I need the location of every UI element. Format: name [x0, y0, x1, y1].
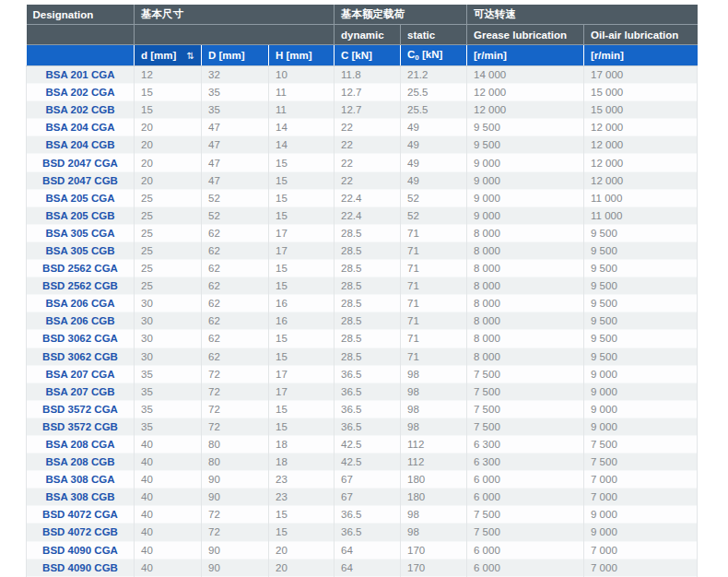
value-cell: 15 — [269, 506, 335, 524]
designation-link[interactable]: BSD 2047 CGA — [27, 154, 135, 171]
designation-link[interactable]: BSD 4090 CGA — [27, 541, 135, 559]
designation-link[interactable]: BSA 202 CGA — [27, 84, 135, 101]
value-cell: 9 000 — [467, 206, 584, 224]
designation-link[interactable]: BSD 2047 CGB — [27, 171, 135, 189]
value-cell: 9 000 — [584, 524, 698, 541]
column-header-D[interactable]: D [mm] — [202, 45, 269, 66]
column-header-oil-air-unit[interactable]: [r/min] — [584, 45, 698, 66]
value-cell: 8 000 — [467, 241, 584, 259]
value-cell: 64 — [335, 559, 401, 576]
sort-icon[interactable]: ⇅ — [187, 51, 194, 61]
header-grease-lubrication: Grease lubrication — [467, 25, 584, 45]
value-cell: 25 — [135, 277, 202, 295]
value-cell: 17 — [269, 365, 335, 383]
value-cell: 9 000 — [584, 506, 698, 524]
value-cell: 7 000 — [584, 471, 698, 489]
table-row: BSD 3572 CGB35721536.5987 5009 000 — [27, 418, 698, 435]
value-cell: 62 — [202, 241, 269, 259]
value-cell: 98 — [401, 365, 467, 383]
designation-link[interactable]: BSA 207 CGA — [27, 365, 135, 383]
value-cell: 52 — [202, 206, 269, 224]
value-cell: 20 — [135, 171, 202, 189]
table-row: BSD 2562 CGB25621528.5718 0009 500 — [27, 277, 698, 295]
value-cell: 22 — [335, 136, 401, 154]
designation-link[interactable]: BSA 305 CGA — [27, 224, 135, 241]
value-cell: 9 500 — [467, 119, 584, 136]
designation-link[interactable]: BSA 305 CGB — [27, 241, 135, 259]
table-row: BSD 2047 CGB20471522499 00012 000 — [27, 171, 698, 189]
designation-link[interactable]: BSD 2562 CGA — [27, 260, 135, 277]
designation-link[interactable]: BSA 207 CGB — [27, 383, 135, 400]
value-cell: 15 — [269, 524, 335, 541]
value-cell: 32 — [202, 66, 269, 84]
designation-link[interactable]: BSA 205 CGB — [27, 206, 135, 224]
value-cell: 98 — [401, 418, 467, 435]
table-row: BSA 305 CGB25621728.5718 0009 500 — [27, 241, 698, 259]
designation-link[interactable]: BSA 206 CGB — [27, 312, 135, 330]
designation-link[interactable]: BSA 201 CGA — [27, 66, 135, 84]
designation-link[interactable]: BSD 2562 CGB — [27, 277, 135, 295]
value-cell: 12 000 — [584, 154, 698, 171]
column-header-designation-blank — [27, 45, 135, 66]
value-cell: 12 — [135, 66, 202, 84]
value-cell: 40 — [135, 506, 202, 524]
value-cell: 35 — [135, 383, 202, 400]
table-row: BSA 208 CGA40801842.51126 3007 500 — [27, 435, 698, 453]
value-cell: 8 000 — [467, 295, 584, 312]
value-cell: 22 — [335, 171, 401, 189]
column-header-d[interactable]: d [mm] ⇅ — [135, 45, 202, 66]
value-cell: 40 — [135, 489, 202, 506]
value-cell: 36.5 — [335, 400, 401, 418]
designation-link[interactable]: BSA 208 CGB — [27, 453, 135, 471]
designation-link[interactable]: BSD 3572 CGB — [27, 418, 135, 435]
value-cell: 9 500 — [584, 312, 698, 330]
value-cell: 15 — [269, 277, 335, 295]
designation-link[interactable]: BSD 3062 CGA — [27, 330, 135, 347]
value-cell: 15 — [269, 260, 335, 277]
designation-link[interactable]: BSD 4090 CGB — [27, 559, 135, 576]
value-cell: 62 — [202, 224, 269, 241]
designation-link[interactable]: BSD 4072 CGA — [27, 506, 135, 524]
value-cell: 36.5 — [335, 506, 401, 524]
value-cell: 9 000 — [467, 154, 584, 171]
value-cell: 98 — [401, 400, 467, 418]
table-row: BSA 207 CGB35721736.5987 5009 000 — [27, 383, 698, 400]
designation-link[interactable]: BSA 308 CGB — [27, 489, 135, 506]
table-row: BSA 206 CGB30621628.5718 0009 500 — [27, 312, 698, 330]
value-cell: 15 — [269, 330, 335, 347]
value-cell: 72 — [202, 400, 269, 418]
column-header-C[interactable]: C [kN] — [335, 45, 401, 66]
value-cell: 9 500 — [584, 241, 698, 259]
designation-link[interactable]: BSA 202 CGB — [27, 101, 135, 119]
column-header-grease-unit[interactable]: [r/min] — [467, 45, 584, 66]
table-row: BSA 207 CGA35721736.5987 5009 000 — [27, 365, 698, 383]
designation-link[interactable]: BSD 4072 CGB — [27, 524, 135, 541]
value-cell: 7 500 — [467, 383, 584, 400]
column-header-C0[interactable]: C0 [kN] — [401, 45, 467, 66]
value-cell: 14 000 — [467, 66, 584, 84]
designation-link[interactable]: BSA 308 CGA — [27, 471, 135, 489]
value-cell: 7 500 — [467, 418, 584, 435]
value-cell: 170 — [401, 541, 467, 559]
column-header-H[interactable]: H [mm] — [269, 45, 335, 66]
designation-link[interactable]: BSD 3062 CGB — [27, 347, 135, 365]
designation-link[interactable]: BSD 3572 CGA — [27, 400, 135, 418]
table-row: BSD 4090 CGA409020641706 0007 000 — [27, 541, 698, 559]
value-cell: 80 — [202, 453, 269, 471]
designation-link[interactable]: BSA 204 CGB — [27, 136, 135, 154]
value-cell: 72 — [202, 506, 269, 524]
value-cell: 112 — [401, 435, 467, 453]
value-cell: 21.2 — [401, 66, 467, 84]
value-cell: 9 500 — [584, 330, 698, 347]
value-cell: 11 — [269, 84, 335, 101]
value-cell: 11 000 — [584, 189, 698, 206]
table-row: BSA 308 CGB409023671806 0007 000 — [27, 489, 698, 506]
designation-link[interactable]: BSA 208 CGA — [27, 435, 135, 453]
value-cell: 35 — [135, 365, 202, 383]
header-sub-row: dynamic static Grease lubrication Oil-ai… — [27, 25, 698, 45]
value-cell: 15 — [135, 101, 202, 119]
designation-link[interactable]: BSA 206 CGA — [27, 295, 135, 312]
designation-link[interactable]: BSA 204 CGA — [27, 119, 135, 136]
designation-link[interactable]: BSA 205 CGA — [27, 189, 135, 206]
value-cell: 9 000 — [467, 189, 584, 206]
